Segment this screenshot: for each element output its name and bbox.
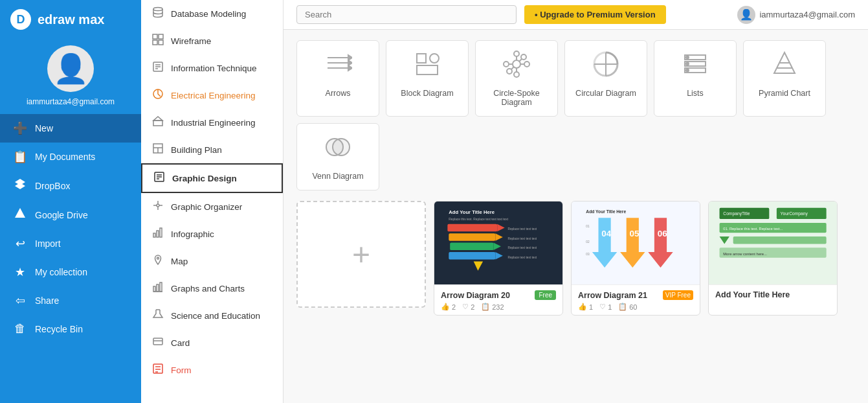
svg-point-61	[507, 69, 512, 74]
svg-line-60	[519, 59, 522, 62]
copies-20: 📋 232	[481, 303, 504, 311]
my-collection-icon: ★	[13, 265, 27, 279]
circular-diagram-label: Circular Diagram	[575, 89, 636, 98]
svg-text:Add Your Title Here: Add Your Title Here	[586, 209, 626, 214]
template-card-new[interactable]: +	[296, 201, 426, 308]
copies-21: 📋 60	[618, 303, 637, 311]
sidebar-item-dropbox-label: DropBox	[35, 181, 70, 191]
category-graphic-organizer[interactable]: Graphic Organizer	[141, 193, 283, 220]
diagram-type-venn-diagram[interactable]: Venn Diagram	[296, 123, 379, 190]
category-building-plan-label: Building Plan	[171, 145, 222, 155]
svg-text:04: 04	[601, 229, 611, 238]
likes-count-20: 2	[452, 303, 456, 311]
search-input[interactable]	[296, 5, 517, 24]
sidebar-item-new[interactable]: ➕ New	[0, 114, 141, 143]
science-and-education-icon	[151, 308, 164, 323]
sidebar-item-my-collection[interactable]: ★ My collection	[0, 258, 141, 286]
svg-rect-5	[159, 34, 163, 39]
category-database-modeling[interactable]: Database Modeling	[141, 0, 283, 27]
upgrade-button[interactable]: Upgrade to Premium Version	[524, 5, 666, 24]
diagram-type-lists[interactable]: Lists	[654, 40, 737, 117]
pyramid-chart-label: Pyramid Chart	[759, 89, 810, 98]
category-graphs-and-charts-label: Graphs and Charts	[171, 284, 245, 294]
loves-21: ♡ 1	[599, 303, 612, 311]
lists-icon	[681, 50, 709, 82]
svg-text:CompanyTitle: CompanyTitle	[723, 212, 750, 217]
sidebar-item-share[interactable]: ⇦ Share	[0, 286, 141, 315]
sidebar-item-recycle-bin[interactable]: 🗑 Recycle Bin	[0, 315, 141, 343]
svg-text:Replace this text. Replace tex: Replace this text. Replace text text tex…	[449, 218, 508, 221]
main-content: Upgrade to Premium Version 👤 iammurtaza4…	[284, 0, 868, 403]
svg-point-3	[153, 8, 162, 11]
loves-count-20: 2	[471, 303, 474, 311]
category-map-label: Map	[171, 257, 188, 266]
svg-text:Replace text text text: Replace text text text	[507, 256, 537, 259]
building-plan-icon	[151, 143, 164, 157]
likes-20: 👍 2	[441, 303, 456, 311]
thumb-light-21: Add Your Title Here 04 05 06 01 02	[572, 202, 700, 284]
svg-rect-81	[449, 234, 495, 242]
sidebar-item-google-drive[interactable]: Google Drive	[0, 200, 141, 229]
arrows-label: Arrows	[326, 89, 351, 98]
form-icon	[151, 363, 164, 377]
svg-rect-106	[733, 236, 827, 244]
new-icon: ➕	[13, 121, 27, 135]
diagram-type-circle-spoke[interactable]: Circle-Spoke Diagram	[475, 40, 558, 117]
infographic-icon	[151, 227, 164, 241]
category-infographic[interactable]: Infographic	[141, 220, 283, 248]
category-infographic-label: Infographic	[171, 229, 214, 239]
category-graphic-design[interactable]: Graphic Design	[141, 163, 283, 193]
svg-marker-87	[474, 262, 483, 271]
sidebar-item-share-label: Share	[35, 295, 59, 306]
svg-point-71	[686, 69, 689, 72]
svg-point-29	[157, 257, 159, 259]
pyramid-chart-icon	[770, 50, 799, 82]
sidebar-item-import-label: Import	[35, 238, 61, 249]
diagram-type-circular-diagram[interactable]: Circular Diagram	[564, 40, 647, 117]
lists-label: Lists	[687, 89, 704, 98]
category-graphic-design-label: Graphic Design	[172, 174, 237, 183]
sidebar-item-my-documents[interactable]: 📋 My Documents	[0, 143, 141, 171]
sidebar-item-dropbox[interactable]: DropBox	[0, 171, 141, 200]
template-card-arrow-diagram-20[interactable]: Add Your Title Here Replace this text. R…	[434, 201, 563, 316]
category-industrial-engineering[interactable]: Industrial Engineering	[141, 109, 283, 136]
svg-marker-86	[495, 252, 503, 260]
arrow-diagram-extra-svg: CompanyTitle YourCompany 01. Replace thi…	[715, 205, 830, 280]
template-info-20: Arrow Diagram 20 Free 👍 2 ♡ 2	[434, 284, 562, 315]
template-card-arrow-diagram-extra[interactable]: CompanyTitle YourCompany 01. Replace thi…	[708, 201, 838, 316]
circle-spoke-label: Circle-Spoke Diagram	[481, 89, 552, 107]
copies-count-20: 232	[492, 303, 504, 311]
category-wireframe[interactable]: Wireframe	[141, 27, 283, 54]
svg-rect-6	[153, 40, 157, 45]
svg-rect-83	[450, 243, 493, 251]
svg-rect-47	[417, 54, 426, 63]
sidebar: D edraw max 👤 iammurtaza4@gmail.com ➕ Ne…	[0, 0, 141, 403]
template-card-arrow-diagram-21[interactable]: Add Your Title Here 04 05 06 01 02	[571, 201, 700, 316]
category-card[interactable]: Card	[141, 329, 283, 356]
sidebar-item-import[interactable]: ↩ Import	[0, 229, 141, 258]
category-map[interactable]: Map	[141, 248, 283, 275]
svg-marker-80	[497, 224, 505, 232]
electrical-engineering-icon	[151, 88, 164, 102]
category-electrical-engineering[interactable]: Electrical Engineering	[141, 82, 283, 109]
category-graphs-and-charts[interactable]: Graphs and Charts	[141, 275, 283, 302]
graphic-design-icon	[153, 171, 166, 185]
category-industrial-engineering-label: Industrial Engineering	[171, 118, 256, 128]
category-building-plan[interactable]: Building Plan	[141, 136, 283, 163]
diagram-type-arrows[interactable]: Arrows	[296, 40, 379, 117]
venn-diagram-label: Venn Diagram	[312, 172, 363, 181]
svg-rect-79	[447, 224, 497, 232]
diagram-type-block-diagram[interactable]: Block Diagram	[386, 40, 469, 117]
svg-point-57	[504, 62, 509, 67]
category-information-technique[interactable]: Information Technique	[141, 54, 283, 82]
information-technique-icon	[151, 61, 164, 75]
svg-point-53	[524, 62, 529, 67]
diagram-type-pyramid-chart[interactable]: Pyramid Chart	[743, 40, 826, 117]
dropbox-icon	[13, 178, 27, 193]
svg-text:01. Replace this text. Replace: 01. Replace this text. Replace text...	[723, 227, 783, 231]
logo-area: D edraw max	[0, 0, 141, 39]
category-science-and-education[interactable]: Science and Education	[141, 302, 283, 329]
svg-line-62	[511, 67, 514, 69]
category-form[interactable]: Form	[141, 356, 283, 384]
user-area: 👤 iammurtaza4@gmail.com	[737, 6, 855, 24]
